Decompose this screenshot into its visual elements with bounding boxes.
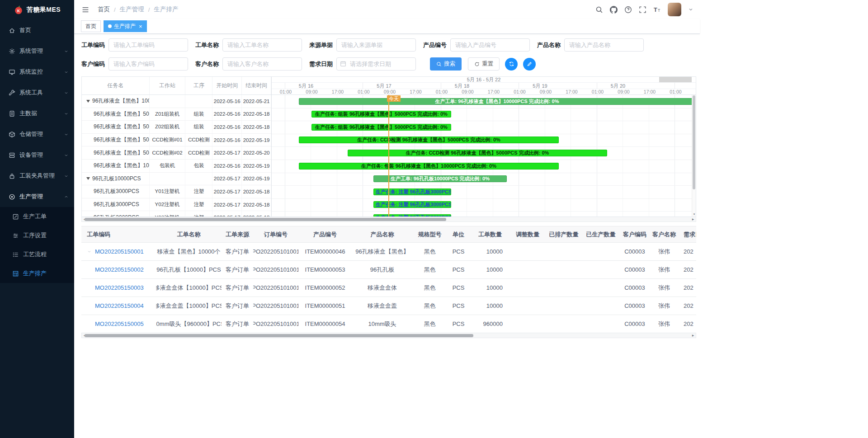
sidebar-subitem-工序设置[interactable]: 工序设置 bbox=[0, 226, 74, 245]
order-code-link[interactable]: MO202205150005 bbox=[95, 320, 144, 327]
tab-label: 首页 bbox=[85, 23, 96, 30]
scroll-right-arrow[interactable]: ▶ bbox=[690, 217, 696, 221]
filter-input-产品编号[interactable] bbox=[450, 38, 530, 52]
app-logo[interactable]: K 苦糖果MES bbox=[0, 0, 74, 20]
gantt-timeline: 5月 16 - 5月 22 5月 165月 175月 185月 195月 20 … bbox=[272, 77, 696, 217]
refresh-circle-button[interactable] bbox=[505, 58, 518, 71]
gantt-column-header: 工作站 bbox=[150, 77, 186, 94]
edit-circle-button[interactable] bbox=[523, 58, 536, 71]
font-size-icon[interactable]: TT bbox=[653, 6, 661, 14]
gantt-order-bar[interactable]: 生产工单: 96孔移液盒【黑色】10000PCS 完成比例: 0% bbox=[299, 98, 695, 105]
gantt-end-date: 2022-05-18 bbox=[242, 198, 271, 211]
orders-cell-scheduled_qty bbox=[545, 279, 582, 297]
gantt-task-bar[interactable]: 生产任务: 包装 96孔移液盒【黑色】10000PCS 完成比例: 0% bbox=[299, 163, 559, 170]
orders-row-MO202205150003[interactable]: MO202205150003移液盒盒体【10000】PCS客户订单PO20220… bbox=[81, 279, 696, 297]
orders-cell-source: 客户订单 bbox=[222, 315, 253, 333]
gantt-task-row[interactable]: 96孔移液盒【黑色】10000PCS2022-05-162022-05-21 bbox=[82, 95, 271, 108]
gantt-task-bar[interactable]: 生产任务: 注塑 96孔孔板3000PCS 完成比例: 0% bbox=[373, 214, 451, 217]
caret-down-icon[interactable] bbox=[688, 7, 693, 12]
gantt-task-bar[interactable]: 生产任务: 注塑 96孔孔板3000PCS 完成比例: 0% bbox=[373, 188, 451, 195]
sidebar-subitem-生产工单[interactable]: 生产工单 bbox=[0, 207, 74, 226]
order-code-link[interactable]: MO202205150003 bbox=[95, 284, 144, 291]
sidebar-item-系统管理[interactable]: 系统管理 bbox=[0, 41, 74, 61]
gantt-row-line bbox=[272, 134, 696, 134]
gantt-task-row[interactable]: 96孔移液盒【黑色】5000PCSCCD检测#01CCD检测2022-05-16… bbox=[82, 134, 271, 147]
gantt-order-bar[interactable]: 生产工单: 96孔孔板10000PCS 完成比例: 0% bbox=[373, 175, 507, 182]
gantt-task-row[interactable]: 96孔孔板10000PCS2022-05-172022-05-19 bbox=[82, 173, 271, 186]
sidebar-item-主数据[interactable]: 主数据 bbox=[0, 103, 74, 124]
gantt-vscroll-down-arrow[interactable]: ▼ bbox=[692, 212, 696, 217]
sidebar-subitem-工艺流程[interactable]: 工艺流程 bbox=[0, 245, 74, 264]
orders-cell-scheduled_qty bbox=[545, 315, 582, 333]
sidebar-item-工装夹具管理[interactable]: 工装夹具管理 bbox=[0, 165, 74, 186]
sidebar-item-首页[interactable]: 首页 bbox=[0, 20, 74, 41]
filter-input-来源单据[interactable] bbox=[336, 38, 416, 52]
order-code-link[interactable]: MO202205150002 bbox=[95, 266, 144, 273]
chevron-down-icon bbox=[64, 111, 69, 116]
orders-cell-adjust_qty bbox=[510, 243, 545, 260]
gantt-task-name: 96孔孔板10000PCS bbox=[82, 173, 150, 185]
collapse-triangle-icon[interactable] bbox=[86, 177, 90, 180]
gantt-task-row[interactable]: 96孔移液盒【黑色】5000PCSZ02组装机组装2022-05-162022-… bbox=[82, 121, 271, 134]
sidebar-item-生产管理[interactable]: 生产管理 bbox=[0, 186, 74, 207]
orders-hscroll-thumb[interactable] bbox=[85, 334, 473, 337]
sidebar-item-仓储管理[interactable]: 仓储管理 bbox=[0, 124, 74, 145]
tab-close-icon[interactable]: × bbox=[139, 24, 142, 29]
sidebar-toggle-icon[interactable] bbox=[81, 6, 90, 14]
gantt-hscroll-thumb[interactable] bbox=[85, 218, 446, 221]
gantt-workstation: CCD检测#02 bbox=[150, 146, 186, 159]
sidebar-item-系统工具[interactable]: 系统工具 bbox=[0, 82, 74, 103]
breadcrumb-item-home[interactable]: 首页 bbox=[98, 5, 110, 14]
row-expand-chevron-icon[interactable] bbox=[87, 249, 92, 254]
tab-production-scheduling[interactable]: 生产排产 × bbox=[104, 20, 147, 32]
gantt-vscroll-thumb[interactable] bbox=[693, 95, 695, 189]
fullscreen-icon[interactable] bbox=[639, 6, 646, 14]
gantt-horizontal-scrollbar[interactable]: ◀ ▶ bbox=[81, 217, 696, 222]
sidebar-subitem-生产排产[interactable]: 生产排产 bbox=[0, 264, 74, 283]
gantt-task-row[interactable]: 96孔移液盒【黑色】10000PCS包装机包装2022-05-162022-05… bbox=[82, 160, 271, 173]
orders-row-MO202205150004[interactable]: MO202205150004移液盒盒盖【10000】PCS客户订单PO20220… bbox=[81, 297, 696, 315]
collapse-triangle-icon[interactable] bbox=[86, 100, 90, 103]
reset-button[interactable]: 重置 bbox=[468, 57, 500, 71]
scroll-right-arrow[interactable]: ▶ bbox=[690, 333, 696, 338]
orders-horizontal-scrollbar[interactable]: ◀ ▶ bbox=[81, 333, 696, 338]
gantt-day-label: 5月 16 bbox=[285, 83, 363, 89]
filter-input-需求日期[interactable] bbox=[336, 57, 416, 71]
orders-row-MO202205150002[interactable]: MO20220515000296孔孔板【10000】PCS客户订单PO20220… bbox=[81, 261, 696, 279]
orders-cell-adjust_qty bbox=[510, 261, 545, 278]
filter-input-客户编码[interactable] bbox=[108, 57, 188, 71]
gantt-task-row[interactable]: 96孔孔板3000PCSY03注塑机注塑2022-05-172022-05-18 bbox=[82, 211, 271, 217]
orders-row-MO202205150001[interactable]: MO202205150001移液盒【黑色】10000个客户订单PO2022051… bbox=[81, 243, 696, 261]
orders-cell-produced_qty bbox=[582, 243, 619, 260]
gantt-task-bar[interactable]: 生产任务: CCD检测 96孔移液盒【黑色】5000PCS 完成比例: 0% bbox=[299, 137, 559, 143]
sidebar-item-label: 系统监控 bbox=[19, 68, 60, 76]
tab-home[interactable]: 首页 bbox=[81, 20, 101, 32]
gantt-vertical-scrollbar[interactable]: ▼ bbox=[692, 95, 696, 217]
sidebar-item-设备管理[interactable]: 设备管理 bbox=[0, 145, 74, 165]
sidebar-item-系统监控[interactable]: 系统监控 bbox=[0, 61, 74, 82]
gantt-task-row[interactable]: 96孔移液盒【黑色】5000PCSZ01组装机组装2022-05-162022-… bbox=[82, 108, 271, 121]
gantt-task-bar[interactable]: 生产任务: 注塑 96孔孔板3000PCS 完成比例: 0% bbox=[373, 201, 451, 208]
search-button[interactable]: 搜索 bbox=[430, 57, 462, 71]
chevron-down-icon bbox=[64, 174, 69, 179]
order-code-link[interactable]: MO202205150004 bbox=[95, 302, 144, 309]
search-icon[interactable] bbox=[595, 6, 603, 14]
github-icon[interactable] bbox=[610, 6, 618, 14]
gantt-task-row[interactable]: 96孔孔板3000PCSY02注塑机注塑2022-05-172022-05-18 bbox=[82, 198, 271, 212]
gantt-task-row[interactable]: 96孔孔板3000PCSY01注塑机注塑2022-05-172022-05-18 bbox=[82, 185, 271, 198]
breadcrumb-item-production[interactable]: 生产管理 bbox=[120, 5, 144, 14]
filter-input-工单编码[interactable] bbox=[108, 38, 188, 52]
help-icon[interactable] bbox=[624, 6, 632, 14]
orders-row-MO202205150005[interactable]: MO20220515000510mm吸头【960000】PCS客户订单PO202… bbox=[81, 315, 696, 333]
filter-input-客户名称[interactable] bbox=[222, 57, 302, 71]
gantt-task-bar[interactable]: 生产任务: 组装 96孔移液盒【黑色】5000PCS 完成比例: 0% bbox=[311, 111, 451, 118]
filter-input-产品名称[interactable] bbox=[564, 38, 644, 52]
gantt-task-bar[interactable]: 生产任务: CCD检测 96孔移液盒【黑色】5000PCS 完成比例: 0% bbox=[348, 150, 607, 156]
user-avatar[interactable] bbox=[668, 3, 681, 16]
gantt-day-label: 5月 18 bbox=[441, 83, 519, 89]
process-icon bbox=[12, 232, 19, 239]
order-code-link[interactable]: MO202205150001 bbox=[95, 248, 144, 255]
gantt-task-bar[interactable]: 生产任务: 组装 96孔移液盒【黑色】5000PCS 完成比例: 0% bbox=[311, 124, 451, 131]
gantt-task-row[interactable]: 96孔移液盒【黑色】5000PCSCCD检测#02CCD检测2022-05-17… bbox=[82, 146, 271, 160]
filter-input-工单名称[interactable] bbox=[222, 38, 302, 52]
